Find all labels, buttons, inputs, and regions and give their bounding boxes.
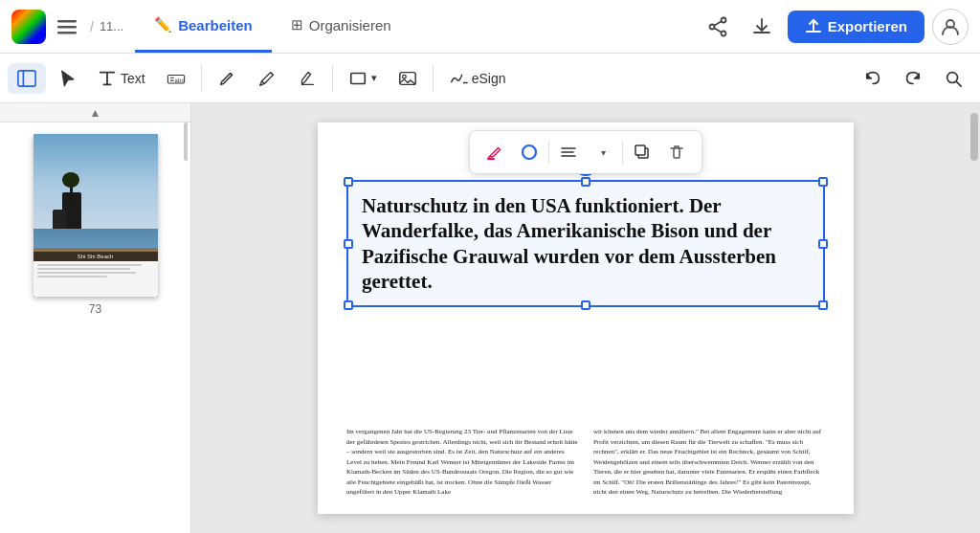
select-tool-button[interactable] [48, 63, 86, 94]
eraser-tool-button[interactable] [288, 63, 326, 94]
handle-top-center[interactable] [581, 177, 590, 187]
esign-tool-button[interactable]: eSign [439, 63, 516, 94]
tab-organisieren-label: Organisieren [309, 17, 391, 33]
export-button[interactable]: Exportieren [788, 11, 924, 43]
align-tool-button[interactable] [553, 137, 584, 167]
svg-point-21 [523, 145, 536, 159]
document-page: ▾ [318, 122, 854, 514]
duplicate-button[interactable] [627, 137, 657, 167]
right-scrollbar-thumb[interactable] [970, 113, 978, 161]
edit-icon: ✏️ [154, 16, 172, 33]
left-panel-scrollbar[interactable] [183, 103, 189, 533]
svg-point-4 [709, 24, 714, 29]
search-button[interactable] [934, 63, 972, 94]
handle-middle-right[interactable] [818, 239, 828, 249]
page-thumbnail[interactable]: Shi Shi Beach [33, 134, 158, 297]
tab-bearbeiten-label: Bearbeiten [178, 17, 253, 33]
pen-tool-button[interactable] [208, 63, 246, 94]
breadcrumb-filename: 11... [100, 19, 123, 33]
user-avatar[interactable] [932, 9, 969, 45]
circle-tool-button[interactable] [514, 137, 545, 167]
sidebar-toggle-button[interactable] [8, 63, 46, 94]
handle-top-right[interactable] [818, 177, 828, 187]
nav-tabs: ✏️ Bearbeiten ⊞ Organisieren [135, 0, 410, 53]
svg-point-18 [947, 72, 958, 82]
text-column-right: wir können uns dem wieder annähern." Bei… [593, 427, 825, 499]
nav-actions: Exportieren [700, 9, 969, 45]
handle-middle-left[interactable] [344, 239, 353, 249]
document-area: ▾ [191, 103, 980, 533]
svg-point-16 [402, 75, 406, 78]
export-label: Exportieren [828, 18, 907, 34]
text-tool-button[interactable]: Text [88, 63, 155, 94]
document-heading: Naturschutz in den USA funktioniert. Der… [362, 193, 810, 294]
svg-point-5 [721, 31, 725, 35]
image-tool-button[interactable] [389, 63, 427, 94]
heading-text-content: Naturschutz in den USA funktioniert. Der… [348, 182, 823, 305]
share-button[interactable] [700, 9, 736, 45]
handle-bottom-left[interactable] [344, 300, 353, 310]
handle-top-left[interactable] [344, 177, 353, 187]
left-panel: ▲ Shi Shi Beach 73 [0, 103, 191, 533]
svg-rect-26 [635, 145, 645, 155]
top-navigation: / 11... ✏️ Bearbeiten ⊞ Organisieren [0, 0, 980, 54]
body-text-area: Im vergangenen Jahr hat die US-Regierung… [318, 419, 854, 514]
thumbnail-caption: Shi Shi Beach [33, 252, 158, 261]
shape-dropdown-arrow[interactable]: ▾ [371, 72, 377, 84]
selection-toolbar: ▾ [469, 130, 702, 174]
svg-line-7 [714, 28, 722, 33]
annotation-tool-button[interactable]: abc [157, 63, 195, 94]
redo-button[interactable] [894, 63, 932, 94]
pencil-tool-button[interactable] [248, 63, 286, 94]
app-logo [11, 10, 46, 44]
menu-button[interactable] [50, 10, 84, 44]
svg-rect-2 [57, 32, 77, 34]
svg-point-3 [721, 17, 725, 22]
handle-bottom-center[interactable] [581, 300, 590, 310]
shape-tool-button[interactable]: ▾ [339, 63, 387, 94]
page-number: 73 [89, 302, 101, 316]
page-thumbnail-wrap: Shi Shi Beach 73 [26, 126, 166, 323]
svg-line-6 [714, 21, 722, 26]
grid-icon: ⊞ [291, 16, 303, 33]
text-tool-label: Text [121, 71, 145, 86]
color-tool-button[interactable] [479, 137, 510, 167]
undo-button[interactable] [854, 63, 892, 94]
editing-toolbar: Text abc ▾ [0, 54, 980, 103]
svg-rect-1 [57, 26, 77, 29]
align-dropdown-button[interactable]: ▾ [588, 137, 618, 167]
tab-bearbeiten[interactable]: ✏️ Bearbeiten [135, 0, 272, 53]
tab-organisieren[interactable]: ⊞ Organisieren [272, 0, 411, 53]
text-column-left: Im vergangenen Jahr hat die US-Regierung… [346, 427, 578, 499]
main-area: ▲ Shi Shi Beach 73 [0, 103, 980, 533]
download-button[interactable] [744, 9, 780, 45]
breadcrumb-separator: / [90, 19, 94, 34]
handle-bottom-right[interactable] [818, 300, 828, 310]
svg-line-19 [957, 81, 962, 86]
svg-text:abc: abc [174, 77, 184, 82]
right-scrollbar[interactable] [969, 103, 980, 533]
svg-rect-9 [18, 70, 35, 85]
esign-label: eSign [472, 71, 506, 86]
scroll-up-arrow[interactable]: ▲ [0, 103, 190, 122]
selected-text-box[interactable]: Naturschutz in den USA funktioniert. Der… [346, 180, 825, 307]
svg-rect-14 [350, 73, 365, 83]
delete-button[interactable] [661, 137, 692, 167]
svg-rect-0 [57, 20, 77, 23]
